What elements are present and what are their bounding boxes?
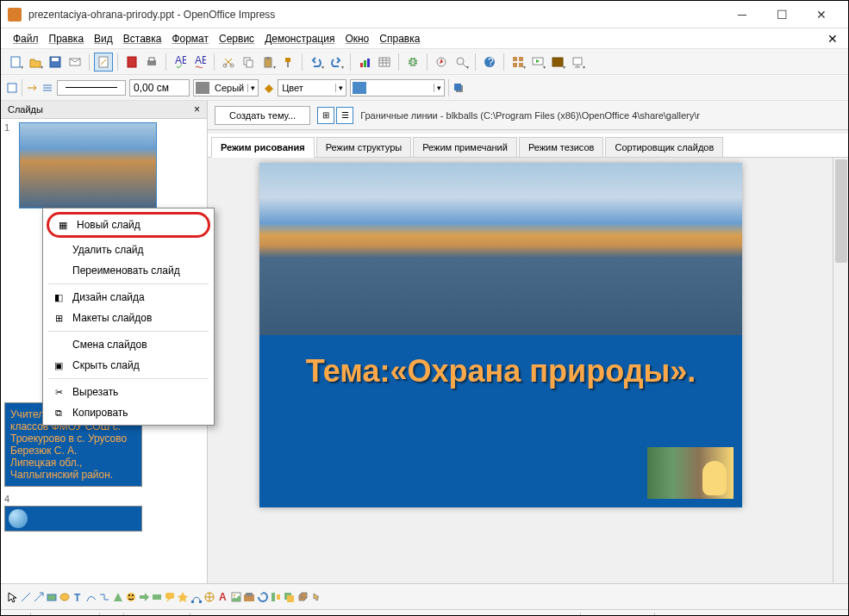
minimize-button[interactable]: ─	[722, 1, 762, 28]
open-button[interactable]	[26, 53, 45, 72]
format-paint-button[interactable]	[278, 53, 297, 72]
menu-format[interactable]: Формат	[166, 31, 214, 47]
interaction-button[interactable]	[548, 53, 567, 72]
edit-file-button[interactable]	[94, 53, 113, 72]
copy-button[interactable]	[239, 53, 258, 72]
hyperlink-button[interactable]	[403, 53, 422, 72]
new-slide-tb-button[interactable]	[6, 82, 18, 94]
block-arrows-tool[interactable]	[138, 591, 150, 603]
line-color-combo[interactable]: Серый▾	[193, 79, 259, 96]
points-tool[interactable]	[190, 591, 203, 603]
spellcheck-button[interactable]: ABC	[171, 53, 190, 72]
pdf-button[interactable]	[122, 53, 141, 72]
line-preview[interactable]	[57, 80, 126, 96]
slide-thumb-4[interactable]: 4	[4, 494, 203, 532]
design-icon: ◧	[52, 290, 66, 304]
navigator-button[interactable]	[432, 53, 451, 72]
symbol-shapes-tool[interactable]	[125, 591, 137, 603]
autospell-button[interactable]: ABC	[190, 53, 209, 72]
menu-insert[interactable]: Вставка	[118, 31, 167, 47]
curve-tool[interactable]	[85, 591, 97, 603]
view-icons-button[interactable]: ⊞	[317, 107, 334, 124]
menu-new-slide[interactable]: ▦ Новый слайд	[47, 212, 210, 238]
line-tool[interactable]	[20, 591, 32, 603]
zoom-button[interactable]	[452, 53, 471, 72]
display-grid-button[interactable]	[509, 53, 528, 72]
save-button[interactable]	[46, 53, 65, 72]
presentation-button[interactable]	[568, 53, 587, 72]
gallery-tool[interactable]	[243, 591, 255, 603]
menu-cut[interactable]: ✂ Вырезать	[45, 382, 212, 402]
line-width-input[interactable]: 0,00 см	[129, 79, 190, 96]
svg-point-24	[457, 58, 464, 65]
chart-button[interactable]	[355, 53, 374, 72]
menu-tools[interactable]: Сервис	[214, 31, 259, 47]
fill-type-combo[interactable]: Цвет▾	[278, 79, 346, 96]
select-tool[interactable]	[6, 591, 18, 603]
menu-slide-layouts[interactable]: ⊞ Макеты слайдов	[45, 308, 212, 328]
print-button[interactable]	[142, 53, 161, 72]
shadow-button[interactable]	[453, 82, 465, 94]
slide-canvas[interactable]: Тема:«Охрана природы».	[259, 163, 742, 507]
from-file-tool[interactable]	[230, 591, 242, 603]
menu-hide-slide[interactable]: ▣ Скрыть слайд	[45, 355, 212, 376]
text-tool[interactable]: T	[72, 591, 84, 603]
tab-drawing[interactable]: Режим рисования	[211, 137, 315, 158]
connector-tool[interactable]	[98, 591, 110, 603]
cut-button[interactable]	[219, 53, 238, 72]
vertical-scrollbar[interactable]	[833, 158, 848, 583]
fontwork-tool[interactable]: A	[217, 591, 229, 603]
menu-rename-slide[interactable]: Переименовать слайд	[45, 260, 212, 281]
table-button[interactable]	[375, 53, 394, 72]
undo-button[interactable]	[307, 53, 326, 72]
paste-button[interactable]	[259, 53, 278, 72]
stars-tool[interactable]	[177, 591, 189, 603]
create-theme-button[interactable]: Создать тему...	[215, 106, 310, 125]
slide-title-text[interactable]: Тема:«Охрана природы».	[259, 352, 742, 389]
tab-sorter[interactable]: Сортировщик слайдов	[605, 137, 723, 157]
maximize-button[interactable]: ☐	[762, 1, 802, 28]
arrange-tool[interactable]	[283, 591, 295, 603]
menu-help[interactable]: Справка	[374, 31, 425, 47]
close-button[interactable]: ✕	[802, 1, 841, 28]
gluepoints-tool[interactable]	[203, 591, 215, 603]
extrusion-tool[interactable]	[297, 591, 309, 603]
redo-button[interactable]	[327, 53, 346, 72]
menu-view[interactable]: Вид	[89, 31, 118, 47]
menu-file[interactable]: Файл	[8, 31, 44, 47]
menu-window[interactable]: Окно	[340, 31, 374, 47]
view-list-button[interactable]: ☰	[336, 107, 353, 124]
basic-shapes-tool[interactable]	[112, 591, 124, 603]
menu-slideshow[interactable]: Демонстрация	[259, 31, 340, 47]
layout-icon: ⊞	[52, 311, 66, 325]
canvas-scroll[interactable]: Тема:«Охрана природы».	[208, 158, 833, 583]
close-doc-button[interactable]: ✕	[824, 32, 841, 46]
menu-slide-design[interactable]: ◧ Дизайн слайда	[45, 287, 212, 308]
arrow-tool[interactable]	[33, 591, 45, 603]
menu-edit[interactable]: Правка	[44, 31, 90, 47]
slides-panel-close[interactable]: ×	[194, 103, 200, 115]
ellipse-tool[interactable]	[59, 591, 71, 603]
flowchart-tool[interactable]	[151, 591, 163, 603]
interaction-tool[interactable]	[309, 591, 321, 603]
rotate-tool[interactable]	[257, 591, 269, 603]
align-tool[interactable]	[270, 591, 282, 603]
arrow-end-button[interactable]	[26, 82, 38, 94]
tab-handout[interactable]: Режим тезисов	[519, 137, 604, 157]
menu-copy[interactable]: ⧉ Копировать	[45, 402, 212, 423]
new-doc-button[interactable]	[6, 53, 25, 72]
email-button[interactable]	[66, 53, 84, 72]
slide-show-button[interactable]	[528, 53, 547, 72]
menu-slide-transition[interactable]: Смена слайдов	[45, 334, 212, 355]
menu-delete-slide[interactable]: Удалить слайд	[45, 240, 212, 260]
line-style-button[interactable]	[41, 82, 53, 94]
rect-tool[interactable]	[46, 591, 58, 603]
fill-color-combo[interactable]: ▾	[350, 79, 445, 96]
help-button[interactable]: ?	[480, 53, 499, 72]
tab-notes[interactable]: Режим примечаний	[413, 137, 517, 157]
svg-rect-0	[11, 57, 20, 67]
fill-button[interactable]	[262, 82, 274, 94]
callout-tool[interactable]	[164, 591, 176, 603]
slide-thumb-1[interactable]: 1	[4, 122, 203, 211]
tab-outline[interactable]: Режим структуры	[316, 137, 412, 157]
